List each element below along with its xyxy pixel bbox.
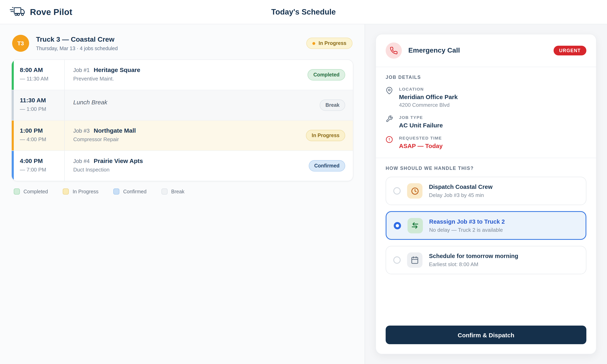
field-label: LOCATION bbox=[399, 87, 458, 91]
option-desc: Delay Job #3 by 45 min bbox=[429, 192, 492, 198]
row-body: Job #3 Northgate Mall Compressor Repair bbox=[65, 120, 306, 150]
status-dot-icon bbox=[312, 42, 315, 45]
emergency-header: Emergency Call URGENT bbox=[376, 34, 596, 67]
legend-label: Confirmed bbox=[123, 189, 146, 194]
schedule-card: 8:00 AM — 11:30 AM Job #1 Heritage Squar… bbox=[11, 59, 353, 181]
row-time: 8:00 AM — 11:30 AM bbox=[14, 60, 65, 90]
status-badge: Confirmed bbox=[309, 160, 345, 171]
row-time: 11:30 AM — 1:00 PM bbox=[14, 90, 65, 120]
legend-label: In Progress bbox=[73, 189, 99, 194]
emergency-panel-area: Emergency Call URGENT JOB DETAILS LOCATI… bbox=[365, 24, 607, 364]
job-desc: Duct Inspection bbox=[73, 167, 301, 173]
brand-logo: Rove Pilot bbox=[10, 5, 72, 18]
option-title: Reassign Job #3 to Truck 2 bbox=[429, 218, 505, 225]
job-desc: Compressor Repair bbox=[73, 136, 298, 142]
legend-swatch-inprogress bbox=[63, 188, 69, 195]
job-title: Northgate Mall bbox=[94, 127, 136, 134]
content-area: T3 Truck 3 — Coastal Crew Thursday, Mar … bbox=[0, 24, 607, 364]
time-start: 4:00 PM bbox=[20, 157, 61, 164]
time-end: — 4:00 PM bbox=[20, 136, 61, 142]
map-pin-icon bbox=[386, 87, 394, 108]
row-accent-completed bbox=[12, 60, 14, 90]
schedule-row-job3[interactable]: 1:00 PM — 4:00 PM Job #3 Northgate Mall … bbox=[12, 120, 353, 150]
schedule-row-lunch[interactable]: 11:30 AM — 1:00 PM Lunch Break Break bbox=[12, 90, 353, 120]
radio-unselected[interactable] bbox=[393, 187, 401, 195]
row-accent-inprogress bbox=[12, 120, 14, 150]
option-title: Schedule for tomorrow morning bbox=[429, 253, 518, 259]
legend-item-confirmed: Confirmed bbox=[114, 188, 146, 195]
field-value: Meridian Office Park bbox=[399, 93, 458, 100]
field-location: LOCATION Meridian Office Park 4200 Comme… bbox=[386, 87, 586, 108]
row-accent-confirmed bbox=[12, 151, 14, 181]
crew-status-badge: In Progress bbox=[306, 38, 353, 49]
transfer-arrows-icon bbox=[407, 218, 423, 233]
truck-avatar: T3 bbox=[12, 35, 29, 52]
job-number: Job #4 bbox=[73, 158, 90, 164]
legend-swatch-break bbox=[161, 188, 168, 195]
option-text: Schedule for tomorrow morning Earliest s… bbox=[429, 253, 518, 267]
legend-label: Break bbox=[171, 189, 184, 194]
time-end: — 7:00 PM bbox=[20, 167, 61, 173]
legend-item-inprogress: In Progress bbox=[63, 188, 99, 195]
row-time: 1:00 PM — 4:00 PM bbox=[14, 120, 65, 150]
job-number: Job #3 bbox=[73, 128, 90, 134]
crew-info: Truck 3 — Coastal Crew Thursday, Mar 13 … bbox=[36, 35, 118, 51]
legend-swatch-completed bbox=[14, 188, 20, 195]
phone-icon bbox=[386, 42, 402, 59]
row-accent-break bbox=[12, 90, 14, 120]
brand-name: Rove Pilot bbox=[30, 7, 72, 17]
cta-container: Confirm & Dispatch bbox=[376, 325, 596, 354]
legend-swatch-confirmed bbox=[114, 188, 119, 195]
job-details-heading: JOB DETAILS bbox=[386, 75, 586, 80]
schedule-row-job1[interactable]: 8:00 AM — 11:30 AM Job #1 Heritage Squar… bbox=[12, 60, 353, 90]
field-label: JOB TYPE bbox=[399, 115, 443, 120]
legend-item-break: Break bbox=[161, 188, 184, 195]
emergency-card: Emergency Call URGENT JOB DETAILS LOCATI… bbox=[376, 34, 596, 354]
options-heading: HOW SHOULD WE HANDLE THIS? bbox=[386, 166, 586, 171]
option-text: Dispatch Coastal Crew Delay Job #3 by 45… bbox=[429, 184, 492, 198]
job-desc: Preventive Maint. bbox=[73, 76, 300, 82]
time-end: — 11:30 AM bbox=[20, 76, 61, 82]
radio-unselected[interactable] bbox=[393, 256, 401, 264]
option-dispatch-coastal-crew[interactable]: Dispatch Coastal Crew Delay Job #3 by 45… bbox=[386, 177, 586, 205]
break-title: Lunch Break bbox=[73, 97, 312, 105]
status-legend: Completed In Progress Confirmed Break bbox=[11, 188, 353, 195]
schedule-panel: T3 Truck 3 — Coastal Crew Thursday, Mar … bbox=[0, 24, 365, 364]
clock-icon bbox=[407, 183, 422, 199]
option-reassign-truck2[interactable]: Reassign Job #3 to Truck 2 No delay — Tr… bbox=[386, 211, 586, 240]
job-details-section: JOB DETAILS LOCATION Meridian Office Par… bbox=[376, 67, 596, 158]
field-job-type: JOB TYPE AC Unit Failure bbox=[386, 115, 586, 129]
crew-status-label: In Progress bbox=[318, 40, 346, 46]
time-start: 11:30 AM bbox=[20, 97, 61, 104]
emergency-title: Emergency Call bbox=[408, 47, 460, 55]
top-bar: Rove Pilot Today's Schedule bbox=[0, 0, 607, 24]
status-badge: In Progress bbox=[306, 130, 345, 141]
crew-subtitle: Thursday, Mar 13 · 4 jobs scheduled bbox=[36, 46, 118, 51]
status-badge: Break bbox=[320, 100, 345, 111]
crew-header: T3 Truck 3 — Coastal Crew Thursday, Mar … bbox=[11, 34, 353, 52]
field-label: REQUESTED TIME bbox=[399, 135, 443, 140]
urgent-badge: URGENT bbox=[553, 46, 586, 55]
option-schedule-tomorrow[interactable]: Schedule for tomorrow morning Earliest s… bbox=[386, 246, 586, 274]
row-time: 4:00 PM — 7:00 PM bbox=[14, 151, 65, 181]
crew-title: Truck 3 — Coastal Crew bbox=[36, 35, 118, 43]
confirm-dispatch-button[interactable]: Confirm & Dispatch bbox=[386, 325, 586, 344]
page-title: Today's Schedule bbox=[0, 8, 607, 16]
job-number: Job #1 bbox=[73, 67, 90, 73]
option-text: Reassign Job #3 to Truck 2 No delay — Tr… bbox=[429, 218, 505, 233]
row-body: Lunch Break bbox=[65, 90, 320, 120]
option-title: Dispatch Coastal Crew bbox=[429, 184, 492, 190]
job-title: Heritage Square bbox=[94, 66, 140, 73]
option-desc: Earliest slot: 8:00 AM bbox=[429, 261, 518, 267]
handling-options-section: HOW SHOULD WE HANDLE THIS? Dispatch Coas… bbox=[376, 158, 596, 274]
legend-label: Completed bbox=[24, 189, 48, 194]
calendar-icon bbox=[407, 252, 422, 268]
legend-item-completed: Completed bbox=[14, 188, 48, 195]
panel-spacer bbox=[376, 274, 596, 325]
radio-selected[interactable] bbox=[394, 222, 401, 229]
row-body: Job #4 Prairie View Apts Duct Inspection bbox=[65, 151, 309, 181]
schedule-row-job4[interactable]: 4:00 PM — 7:00 PM Job #4 Prairie View Ap… bbox=[12, 150, 353, 181]
field-extra: 4200 Commerce Blvd bbox=[399, 102, 458, 108]
field-value-urgent: ASAP — Today bbox=[399, 142, 443, 149]
time-start: 8:00 AM bbox=[20, 66, 61, 73]
